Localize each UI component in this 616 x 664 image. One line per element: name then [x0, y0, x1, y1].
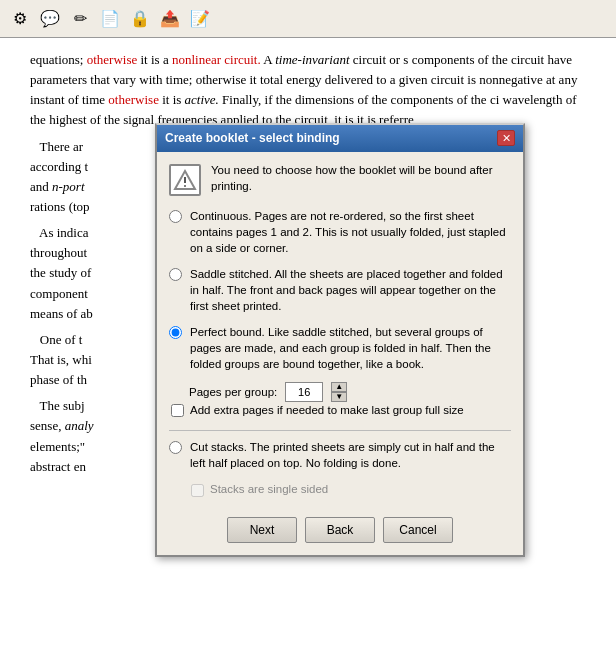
modal-title: Create booklet - select binding — [165, 129, 340, 148]
option-continuous-label: Continuous. Pages are not re-ordered, so… — [190, 208, 511, 256]
svg-point-2 — [184, 185, 186, 187]
radio-continuous[interactable] — [169, 210, 182, 223]
divider — [169, 430, 511, 431]
cancel-button[interactable]: Cancel — [383, 517, 453, 543]
pages-per-group-label: Pages per group: — [189, 384, 277, 402]
back-button[interactable]: Back — [305, 517, 375, 543]
extra-pages-option[interactable]: Add extra pages if needed to make last g… — [171, 402, 511, 420]
single-sided-checkbox[interactable] — [191, 484, 204, 497]
create-booklet-dialog: Create booklet - select binding ✕ You ne… — [155, 123, 525, 557]
modal-info-row: You need to choose how the booklet will … — [169, 162, 511, 196]
option-cut-stacks[interactable]: Cut stacks. The printed sheets are simpl… — [169, 439, 511, 471]
option-perfect-label: Perfect bound. Like saddle stitched, but… — [190, 324, 511, 372]
option-perfect[interactable]: Perfect bound. Like saddle stitched, but… — [169, 324, 511, 372]
radio-perfect[interactable] — [169, 326, 182, 339]
gear-icon[interactable]: ⚙ — [8, 7, 32, 31]
spinner-up-button[interactable]: ▲ — [331, 382, 347, 392]
comment-icon[interactable]: 💬 — [38, 7, 62, 31]
spinner-down-button[interactable]: ▼ — [331, 392, 347, 402]
radio-cut-stacks[interactable] — [169, 441, 182, 454]
extra-pages-label: Add extra pages if needed to make last g… — [190, 402, 464, 420]
single-sided-label: Stacks are single sided — [210, 481, 328, 499]
warning-icon — [169, 164, 201, 196]
pages-per-group-spinner[interactable]: ▲ ▼ — [331, 382, 347, 402]
edit-icon[interactable]: ✏ — [68, 7, 92, 31]
annotate-icon[interactable]: 📝 — [188, 7, 212, 31]
option-continuous[interactable]: Continuous. Pages are not re-ordered, so… — [169, 208, 511, 256]
pages-per-group-row: Pages per group: ▲ ▼ — [189, 382, 511, 402]
modal-titlebar: Create booklet - select binding ✕ — [157, 125, 523, 152]
document-area: equations; otherwise it is a nonlinear c… — [0, 38, 616, 664]
option-saddle[interactable]: Saddle stitched. All the sheets are plac… — [169, 266, 511, 314]
pages-per-group-input[interactable] — [285, 382, 323, 402]
close-doc-icon[interactable]: 📄 — [98, 7, 122, 31]
single-sided-option: Stacks are single sided — [191, 481, 511, 499]
option-cut-stacks-label: Cut stacks. The printed sheets are simpl… — [190, 439, 511, 471]
radio-saddle[interactable] — [169, 268, 182, 281]
option-saddle-label: Saddle stitched. All the sheets are plac… — [190, 266, 511, 314]
extra-pages-checkbox[interactable] — [171, 404, 184, 417]
lock-icon[interactable]: 🔒 — [128, 7, 152, 31]
modal-close-button[interactable]: ✕ — [497, 130, 515, 146]
modal-buttons-row: Next Back Cancel — [157, 509, 523, 555]
toolbar: ⚙ 💬 ✏ 📄 🔒 📤 📝 — [0, 0, 616, 38]
modal-overlay: Create booklet - select binding ✕ You ne… — [0, 38, 616, 664]
next-button[interactable]: Next — [227, 517, 297, 543]
share-icon[interactable]: 📤 — [158, 7, 182, 31]
modal-body: You need to choose how the booklet will … — [157, 152, 523, 510]
modal-info-text: You need to choose how the booklet will … — [211, 162, 511, 194]
